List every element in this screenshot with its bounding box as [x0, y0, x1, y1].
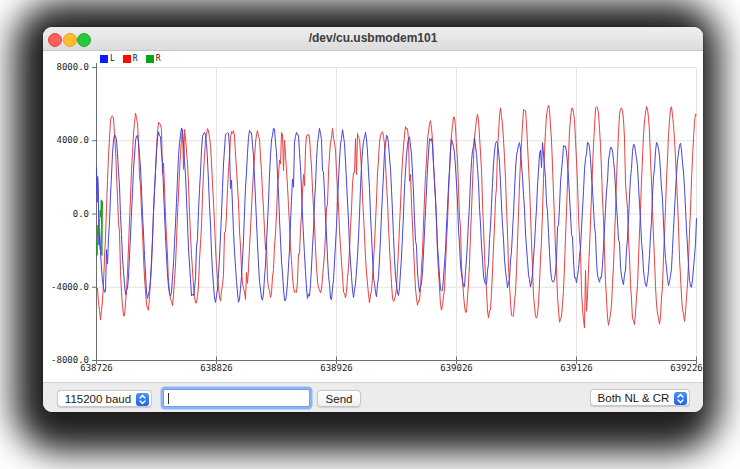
serial-plotter-window: /dev/cu.usbmodem101 L R R 8000.04000.00.…: [43, 27, 703, 412]
title-bar: /dev/cu.usbmodem101: [43, 27, 703, 51]
line-ending-value: Both NL & CR: [595, 392, 672, 404]
legend-label: R: [133, 54, 138, 63]
x-axis-tick-label: 638726: [67, 363, 127, 373]
series-line: [97, 200, 103, 256]
legend-label: R: [156, 54, 161, 63]
plot-area: [96, 67, 697, 361]
legend-label: L: [110, 54, 115, 63]
x-axis-tick-label: 639126: [547, 363, 607, 373]
x-axis-tick-label: 638826: [187, 363, 247, 373]
chevron-up-down-icon: [136, 393, 149, 406]
send-button-label: Send: [326, 393, 353, 405]
line-ending-select[interactable]: Both NL & CR: [590, 389, 690, 406]
x-axis-tick-label: 639026: [427, 363, 487, 373]
plot-legend: L R R: [100, 54, 168, 63]
window-title: /dev/cu.usbmodem101: [43, 27, 703, 50]
y-axis-tick-label: 8000.0: [56, 62, 89, 72]
chevron-up-down-icon: [674, 392, 687, 405]
baud-rate-value: 115200 baud: [62, 393, 134, 405]
series-line: [100, 128, 697, 303]
legend-swatch-blue: [100, 55, 108, 63]
legend-swatch-green: [146, 55, 154, 63]
send-button[interactable]: Send: [317, 390, 361, 407]
screenshot-stage: /dev/cu.usbmodem101 L R R 8000.04000.00.…: [0, 0, 740, 469]
x-axis-tick-label: 638926: [307, 363, 367, 373]
bottom-control-bar: 115200 baud Send Both NL & CR: [43, 382, 703, 412]
y-axis-tick-label: 0.0: [73, 209, 89, 219]
y-axis-tick-label: 4000.0: [56, 135, 89, 145]
legend-swatch-red: [123, 55, 131, 63]
x-axis-tick-label: 639226: [657, 363, 704, 373]
y-axis-labels: 8000.04000.00.0-4000.0-8000.0: [43, 67, 92, 361]
serial-message-input[interactable]: [163, 389, 310, 407]
serial-plot: [96, 67, 697, 361]
y-axis-tick-label: -4000.0: [51, 282, 89, 292]
text-caret: [168, 393, 169, 404]
baud-rate-select[interactable]: 115200 baud: [57, 390, 152, 407]
x-axis-labels: 638726638826638926639026639126639226: [96, 363, 697, 375]
